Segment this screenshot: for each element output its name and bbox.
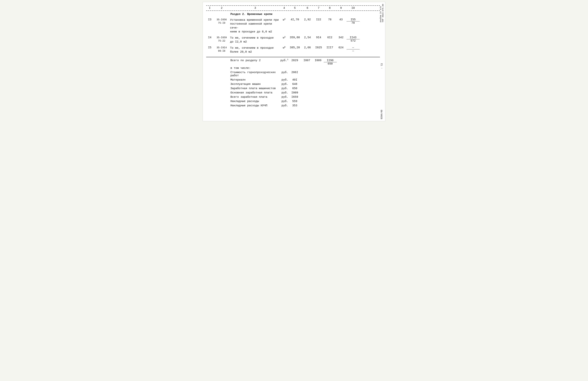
summary-detail-unit: руб. bbox=[277, 100, 288, 103]
table-row: I5 35-I9I4 99-I8 То же, сечением в прохо… bbox=[206, 45, 380, 55]
summary-detail-unit: руб. bbox=[277, 95, 288, 99]
row-unit: м3 bbox=[280, 18, 288, 21]
summary-detail-unit: руб. bbox=[277, 78, 288, 82]
summary-detail-row: Всего заработная плата руб. I659 bbox=[206, 95, 380, 99]
summary-detail-val: 40I bbox=[288, 78, 301, 82]
row-val8: III7 bbox=[324, 46, 336, 49]
table-row: I4 35-I659 75-22 То же, сечением в прохо… bbox=[206, 35, 380, 45]
section-title: Раздел 2. Временные крепи bbox=[206, 11, 380, 17]
page: I 2 3 4 5 6 7 8 9 IO Раздел 2. Временные… bbox=[203, 2, 385, 121]
row-val10: I55 78 bbox=[347, 18, 360, 25]
row-val10: — — bbox=[347, 46, 360, 53]
summary-detail-label: Эксплуатация машин bbox=[206, 83, 277, 86]
summary-total-label: Всего по разделу 2 bbox=[206, 59, 277, 62]
summary-total-val6: 2829 bbox=[288, 59, 301, 62]
col-header-5: 5 bbox=[288, 6, 302, 10]
row-id: I5 bbox=[206, 46, 213, 49]
summary-detail-row: Эксплуатация машин руб. 648 bbox=[206, 82, 380, 86]
summary-detail-row: Заработная плата машинистов руб. 650 bbox=[206, 86, 380, 91]
including-label: в том числе: bbox=[206, 66, 277, 70]
col-header-10: IO bbox=[347, 6, 360, 10]
row-code: 35-I9I4 99-I8 bbox=[213, 46, 230, 53]
row-description: Установка временной крепи припостоянной … bbox=[230, 18, 280, 34]
summary-detail-unit: руб. bbox=[277, 87, 288, 90]
summary-detail-label: Основная заработная плата bbox=[206, 91, 277, 94]
row-code: 35-I656 75-I9 bbox=[213, 18, 230, 25]
summary-detail-label: Стоимость горнопроходческих работ bbox=[206, 71, 277, 77]
row-val7: I22 bbox=[313, 18, 324, 21]
summary-detail-val: 206I bbox=[288, 71, 301, 74]
right-sidebar: Альбом IV 4/8ТПР 4023-075.86 · 72 9394/4… bbox=[379, 4, 385, 119]
row-val8: 6I2 bbox=[324, 36, 336, 39]
col-header-9: 9 bbox=[336, 6, 347, 10]
row-val7: I025 bbox=[313, 46, 324, 49]
row-description: То же, сечением в проходкеболее 20,0 м2 bbox=[230, 46, 280, 54]
summary-total-val8: I009 bbox=[313, 59, 324, 62]
row-val6: 2,92 bbox=[302, 18, 313, 21]
including-label-row: в том числе: bbox=[206, 66, 380, 70]
row-val5: 4I,70 bbox=[288, 18, 302, 21]
summary-total-val7: I807 bbox=[301, 59, 313, 62]
row-unit: м3 bbox=[280, 36, 288, 39]
summary-detail-row: Основная заработная плата руб. I009 bbox=[206, 91, 380, 95]
summary-total-val10: I298 650 bbox=[324, 59, 337, 65]
row-id: I4 bbox=[206, 36, 213, 39]
summary-detail-unit: руб. bbox=[277, 71, 288, 74]
row-val5: 385,20 bbox=[288, 46, 302, 49]
sidebar-top-text: Альбом IV 4/8ТПР 4023-075.86 bbox=[379, 4, 384, 22]
col-header-2: 2 bbox=[213, 6, 230, 10]
column-headers: I 2 3 4 5 6 7 8 9 IO bbox=[206, 6, 380, 11]
summary-detail-unit: руб. bbox=[277, 104, 288, 107]
row-val9: 342 bbox=[336, 36, 347, 39]
summary-detail-val: I009 bbox=[288, 91, 301, 94]
summary-detail-row: Материалн руб. 40I bbox=[206, 78, 380, 82]
row-val6: 2,66 bbox=[302, 46, 313, 49]
summary-detail-label: Накладные расходы НУЧП bbox=[206, 104, 277, 107]
summary-detail-val: 650 bbox=[288, 87, 301, 90]
separator-line bbox=[206, 57, 380, 57]
summary-detail-val: 353 bbox=[288, 104, 301, 107]
summary-detail-row: Накладные расходы руб. 559 bbox=[206, 99, 380, 104]
col-header-6: 6 bbox=[302, 6, 313, 10]
summary-detail-label: Накладные расходы bbox=[206, 100, 277, 103]
summary-total-unit: руб.з bbox=[277, 59, 288, 62]
summary-detail-row: Накладные расходы НУЧП руб. 353 bbox=[206, 104, 380, 108]
col-header-1: I bbox=[206, 6, 213, 10]
row-val7: 9I4 bbox=[313, 36, 324, 39]
summary-detail-label: Всего заработная плата bbox=[206, 95, 277, 99]
row-description: То же, сечением в проходкедо I2,0 м2 bbox=[230, 36, 280, 44]
summary-detail-row: Стоимость горнопроходческих работ руб. 2… bbox=[206, 70, 380, 78]
summary-detail-val: I659 bbox=[288, 95, 301, 99]
row-val6: 2,54 bbox=[302, 36, 313, 39]
sidebar-mid-text: · 72 bbox=[380, 63, 383, 69]
col-header-3: 3 bbox=[230, 6, 280, 10]
col-header-4: 4 bbox=[280, 6, 288, 10]
row-val9: 624 bbox=[336, 46, 347, 49]
row-val5: 359,80 bbox=[288, 36, 302, 39]
row-val9: 43 bbox=[336, 18, 347, 21]
summary-detail-label: Заработная плата машинистов bbox=[206, 87, 277, 90]
row-val8: 78 bbox=[324, 18, 336, 21]
summary-detail-unit: руб. bbox=[277, 91, 288, 94]
col-header-8: 8 bbox=[324, 6, 336, 10]
table-row: I3 35-I656 75-I9 Установка временной кре… bbox=[206, 17, 380, 35]
row-val10: II43 572 bbox=[347, 36, 360, 42]
row-unit: м8 bbox=[280, 46, 288, 49]
summary-detail-val: 559 bbox=[288, 100, 301, 103]
col-header-7: 7 bbox=[313, 6, 324, 10]
summary-detail-unit: руб. bbox=[277, 83, 288, 86]
sidebar-bot-text: 9394/49 bbox=[380, 110, 383, 119]
row-id: I3 bbox=[206, 18, 213, 21]
summary-total-row: Всего по разделу 2 руб.з 2829 I807 I009 … bbox=[206, 58, 380, 66]
summary-detail-val: 648 bbox=[288, 83, 301, 86]
summary-detail-label: Материалн bbox=[206, 78, 277, 82]
summary-lines: Стоимость горнопроходческих работ руб. 2… bbox=[206, 70, 380, 108]
row-code: 35-I659 75-22 bbox=[213, 36, 230, 43]
